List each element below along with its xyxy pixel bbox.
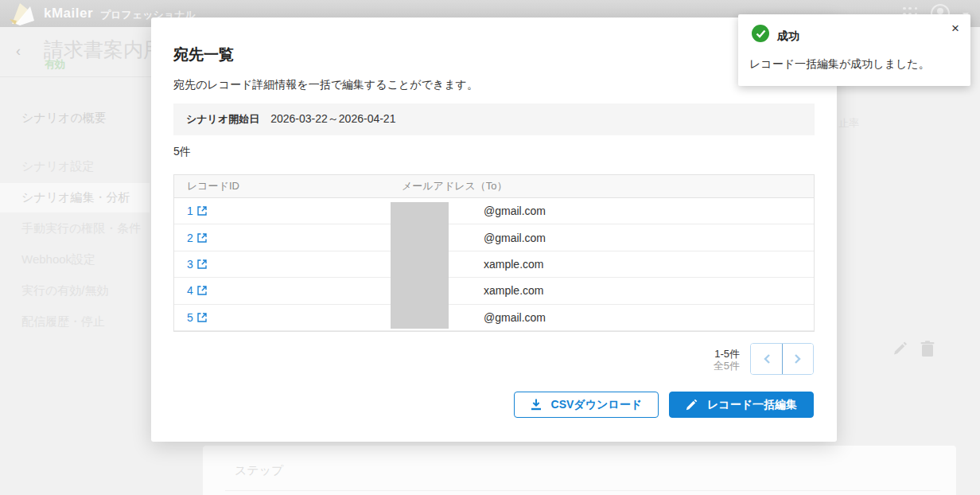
record-link-4[interactable]: 4 bbox=[187, 284, 207, 297]
external-link-icon bbox=[197, 286, 207, 295]
success-check-icon bbox=[752, 25, 769, 42]
brand-name: kMailer bbox=[44, 6, 93, 21]
bulk-edit-label: レコード一括編集 bbox=[707, 398, 797, 412]
bulk-edit-button[interactable]: レコード一括編集 bbox=[669, 392, 814, 418]
pagination-info: 1-5件 全5件 bbox=[714, 348, 740, 372]
record-link-5[interactable]: 5 bbox=[187, 311, 207, 324]
pagination-range: 1-5件 bbox=[714, 348, 740, 360]
edit-pencil-icon[interactable] bbox=[892, 341, 908, 357]
download-icon bbox=[531, 399, 542, 411]
status-badge: 有効 bbox=[45, 57, 65, 72]
sidebar-item-edit-analysis[interactable]: シナリオ編集・分析 bbox=[0, 183, 150, 212]
modal-title: 宛先一覧 bbox=[173, 45, 234, 65]
pencil-icon bbox=[686, 399, 698, 411]
recipient-list-modal: 宛先一覧 宛先のレコード詳細情報を一括で編集することができます。 シナリオ開始日… bbox=[151, 18, 837, 442]
pagination-total: 全5件 bbox=[714, 360, 740, 372]
external-link-icon bbox=[197, 313, 207, 322]
table-row: 3 xample.com bbox=[174, 251, 814, 278]
modal-description: 宛先のレコード詳細情報を一括で編集することができます。 bbox=[173, 78, 478, 92]
stop-rate-label-fragment: 止率 bbox=[838, 116, 859, 131]
step-card: ステップ bbox=[203, 446, 956, 495]
sidebar: シナリオの概要 シナリオ設定 シナリオ編集・分析 手動実行の権限・条件 Webh… bbox=[0, 103, 150, 337]
email-cell: @gmail.com bbox=[389, 198, 814, 224]
pagination-buttons bbox=[750, 343, 814, 375]
csv-download-label: CSVダウンロード bbox=[551, 398, 642, 412]
record-link-2[interactable]: 2 bbox=[187, 232, 207, 244]
pagination-next-button[interactable] bbox=[782, 344, 813, 374]
table-row: 4 xample.com bbox=[174, 278, 814, 304]
sidebar-item-overview[interactable]: シナリオの概要 bbox=[0, 103, 150, 133]
step-label: ステップ bbox=[235, 463, 283, 478]
sidebar-item-enable-disable[interactable]: 実行の有効/無効 bbox=[0, 276, 150, 306]
sidebar-item-manual-permissions[interactable]: 手動実行の権限・条件 bbox=[0, 214, 150, 244]
email-cell: @gmail.com bbox=[389, 224, 814, 250]
table-header: レコードID メールアドレス（To） bbox=[174, 175, 814, 198]
chevron-right-icon bbox=[794, 353, 802, 364]
email-cell: @gmail.com bbox=[389, 305, 814, 330]
scenario-start-date-label: シナリオ開始日 bbox=[186, 112, 259, 127]
column-email-to: メールアドレス（To） bbox=[389, 175, 814, 197]
external-link-icon bbox=[197, 233, 207, 243]
sidebar-item-delivery-history[interactable]: 配信履歴・停止 bbox=[0, 307, 150, 337]
table-row: 5 @gmail.com bbox=[174, 305, 814, 331]
external-link-icon bbox=[197, 206, 207, 216]
table-row: 1 @gmail.com bbox=[174, 198, 814, 224]
recipient-table: レコードID メールアドレス（To） 1 @gmail.com 2 @gmail… bbox=[173, 174, 815, 332]
scenario-start-date-bar: シナリオ開始日 2026-03-22～2026-04-21 bbox=[173, 103, 815, 135]
sidebar-item-settings[interactable]: シナリオ設定 bbox=[0, 152, 150, 181]
divider bbox=[0, 76, 151, 77]
table-row: 2 @gmail.com bbox=[174, 224, 814, 251]
sidebar-item-webhook[interactable]: Webhook設定 bbox=[0, 245, 150, 275]
toast-message: レコード一括編集が成功しました。 bbox=[749, 57, 930, 72]
back-button[interactable]: ‹ bbox=[16, 43, 21, 60]
pagination-prev-button[interactable] bbox=[751, 344, 782, 374]
toast-close-icon[interactable]: × bbox=[951, 21, 959, 37]
kmailer-logo-icon bbox=[6, 1, 38, 29]
external-link-icon bbox=[197, 259, 207, 269]
success-toast: 成功 × レコード一括編集が成功しました。 bbox=[738, 14, 970, 86]
column-record-id: レコードID bbox=[174, 175, 389, 197]
toast-title: 成功 bbox=[777, 29, 799, 44]
email-cell: xample.com bbox=[389, 251, 814, 277]
chevron-left-icon bbox=[763, 353, 771, 364]
redaction-block bbox=[391, 202, 449, 329]
record-link-1[interactable]: 1 bbox=[187, 205, 207, 217]
email-cell: xample.com bbox=[389, 278, 814, 303]
divider bbox=[225, 490, 940, 491]
record-link-3[interactable]: 3 bbox=[187, 258, 207, 271]
csv-download-button[interactable]: CSVダウンロード bbox=[514, 392, 659, 418]
delete-trash-icon[interactable] bbox=[920, 341, 935, 357]
scenario-start-date-value: 2026-03-22～2026-04-21 bbox=[270, 112, 395, 127]
record-count: 5件 bbox=[173, 145, 191, 159]
